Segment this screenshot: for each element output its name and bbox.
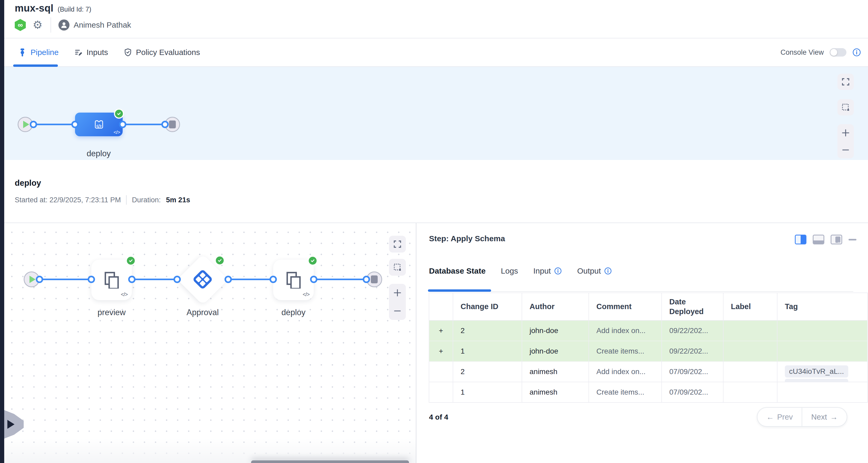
tag-chip[interactable]: cU34ioTvR_aL... bbox=[785, 365, 848, 377]
arrow-right-icon: → bbox=[830, 413, 838, 422]
minimize-panel-button[interactable] bbox=[848, 239, 857, 240]
zoom-in-icon[interactable] bbox=[842, 129, 849, 137]
port[interactable] bbox=[88, 276, 95, 283]
horizontal-scrollbar[interactable] bbox=[251, 460, 409, 463]
cell-author: animesh bbox=[522, 382, 589, 403]
row-count: 4 of 4 bbox=[429, 413, 448, 422]
cell-author: animesh bbox=[522, 362, 589, 382]
table-row[interactable]: + 1 john-doe Create items... 09/22/202..… bbox=[429, 341, 867, 362]
port[interactable] bbox=[119, 121, 126, 128]
row-expander-button[interactable]: + bbox=[429, 341, 453, 362]
cell-label bbox=[723, 321, 777, 341]
port[interactable] bbox=[128, 276, 135, 283]
pipeline-edge bbox=[132, 278, 177, 280]
pipeline-edge bbox=[39, 278, 91, 280]
info-icon[interactable] bbox=[554, 267, 562, 275]
success-check-icon bbox=[126, 256, 136, 266]
meta-divider bbox=[126, 195, 127, 205]
node-label: deploy bbox=[281, 308, 305, 317]
next-page-button[interactable]: Next → bbox=[802, 408, 847, 426]
zoom-out-icon[interactable] bbox=[394, 307, 401, 315]
column-header-change-id: Change ID bbox=[453, 293, 522, 321]
zoom-in-icon[interactable] bbox=[394, 289, 401, 297]
port[interactable] bbox=[270, 276, 277, 283]
started-at-text: Started at: 22/9/2025, 7:23:11 PM bbox=[15, 196, 121, 204]
layout-floating-button[interactable] bbox=[831, 235, 842, 244]
column-header-author: Author bbox=[522, 293, 589, 321]
success-check-icon bbox=[215, 256, 225, 265]
page-title: mux-sql bbox=[15, 3, 54, 14]
step-detail-panel: Step: Apply Schema Database State Logs I… bbox=[416, 223, 868, 463]
tag-chip-clipped[interactable]: cU34ioTvR_aL... bbox=[785, 379, 848, 382]
fit-view-button[interactable] bbox=[837, 74, 854, 90]
expand-arrow-icon bbox=[7, 420, 14, 429]
active-tab-underline bbox=[428, 289, 491, 292]
inputs-icon bbox=[74, 48, 83, 57]
port[interactable] bbox=[363, 276, 370, 283]
tab-inputs[interactable]: Inputs bbox=[74, 48, 108, 57]
lower-pipeline-canvas[interactable]: </> bbox=[4, 223, 416, 463]
cell-label bbox=[723, 382, 777, 403]
column-header-expander bbox=[429, 293, 453, 321]
tab-input[interactable]: Input bbox=[533, 266, 562, 275]
port[interactable] bbox=[71, 121, 79, 128]
code-block-icon bbox=[93, 118, 105, 131]
table-header-row: Change ID Author Comment Date Deployed L… bbox=[429, 293, 867, 321]
cell-author: john-doe bbox=[522, 321, 589, 341]
cell-comment: Create items... bbox=[589, 341, 662, 362]
top-pipeline-canvas[interactable]: </> deploy bbox=[4, 67, 868, 160]
tabs-baseline bbox=[429, 291, 853, 292]
tab-policy-evaluations[interactable]: Policy Evaluations bbox=[124, 48, 200, 57]
tab-label: Inputs bbox=[87, 48, 108, 57]
row-expander-button[interactable]: + bbox=[429, 321, 453, 341]
marquee-select-icon bbox=[841, 103, 850, 111]
cell-date-deployed: 07/09/202... bbox=[662, 362, 723, 382]
preview-step-node[interactable]: </> bbox=[91, 260, 132, 300]
fit-view-button[interactable] bbox=[389, 236, 406, 253]
pipeline-edge bbox=[314, 278, 366, 280]
port[interactable] bbox=[30, 121, 37, 128]
tab-output[interactable]: Output bbox=[577, 266, 612, 275]
tab-database-state[interactable]: Database State bbox=[429, 266, 486, 275]
layout-dock-bottom-button[interactable] bbox=[813, 235, 824, 244]
port[interactable] bbox=[36, 276, 43, 283]
user-name: Animesh Pathak bbox=[74, 21, 131, 30]
row-expander-button[interactable] bbox=[429, 382, 453, 403]
table-row[interactable]: 1 animesh Create items... 07/09/202... bbox=[429, 382, 867, 403]
table-row[interactable]: + 2 john-doe Add index on... 09/22/202..… bbox=[429, 321, 867, 341]
marquee-select-icon bbox=[393, 263, 402, 271]
selection-box-button[interactable] bbox=[837, 99, 854, 115]
port[interactable] bbox=[310, 276, 317, 283]
column-header-tag: Tag bbox=[777, 293, 867, 321]
port[interactable] bbox=[174, 276, 181, 283]
pipeline-icon bbox=[18, 48, 27, 57]
sidebar-expand-handle[interactable] bbox=[4, 410, 24, 439]
info-icon[interactable] bbox=[604, 267, 612, 275]
fullscreen-icon bbox=[393, 240, 402, 249]
zoom-controls bbox=[389, 284, 406, 320]
copy-pages-icon bbox=[103, 271, 120, 289]
zoom-out-icon[interactable] bbox=[842, 146, 849, 154]
zoom-controls bbox=[837, 124, 854, 158]
cell-change-id: 1 bbox=[453, 341, 522, 362]
row-expander-button[interactable] bbox=[429, 362, 453, 382]
info-icon[interactable] bbox=[852, 48, 861, 57]
port[interactable] bbox=[161, 121, 169, 128]
layout-split-right-button[interactable] bbox=[795, 235, 806, 244]
selection-box-button[interactable] bbox=[389, 259, 406, 276]
console-view-toggle[interactable] bbox=[830, 48, 846, 57]
pipeline-edge bbox=[228, 278, 273, 280]
tab-logs[interactable]: Logs bbox=[501, 266, 518, 275]
prev-page-button[interactable]: ← Prev bbox=[757, 408, 802, 426]
table-row[interactable]: 2 animesh Add index on... 07/09/202... c… bbox=[429, 362, 867, 382]
deploy-step-node[interactable]: </> bbox=[273, 260, 314, 300]
tab-label: Pipeline bbox=[31, 48, 59, 57]
settings-gear-icon[interactable]: ⚙ bbox=[33, 20, 43, 31]
port[interactable] bbox=[224, 276, 232, 283]
active-tab-underline bbox=[13, 64, 58, 67]
code-badge: </> bbox=[121, 292, 128, 298]
tab-label: Policy Evaluations bbox=[136, 48, 200, 57]
tab-pipeline[interactable]: Pipeline bbox=[18, 48, 59, 57]
database-state-table: Change ID Author Comment Date Deployed L… bbox=[429, 293, 868, 403]
cell-tag bbox=[777, 382, 867, 403]
